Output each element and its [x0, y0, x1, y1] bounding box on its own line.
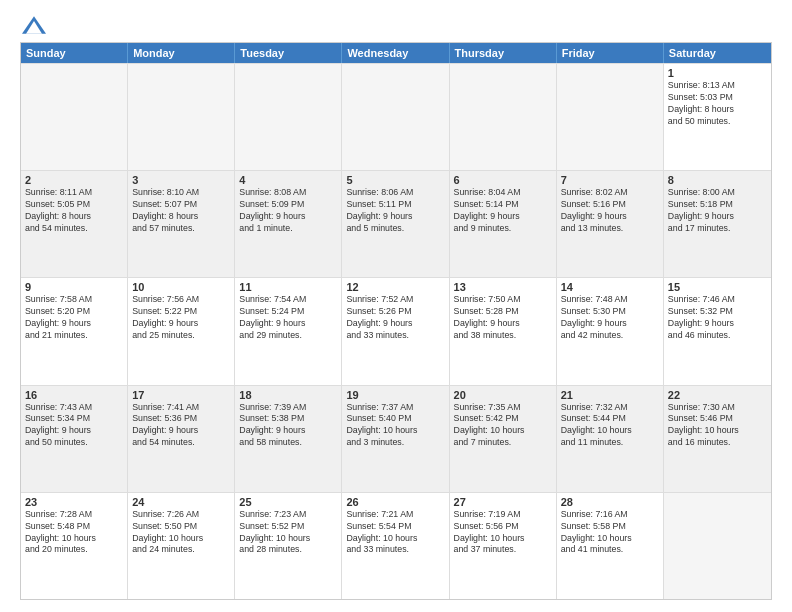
day-details: Sunrise: 8:10 AM Sunset: 5:07 PM Dayligh… [132, 187, 199, 233]
day-number: 5 [346, 174, 444, 186]
day-number: 23 [25, 496, 123, 508]
day-details: Sunrise: 8:11 AM Sunset: 5:05 PM Dayligh… [25, 187, 92, 233]
day-details: Sunrise: 7:30 AM Sunset: 5:46 PM Dayligh… [668, 402, 739, 448]
table-row: 27Sunrise: 7:19 AM Sunset: 5:56 PM Dayli… [450, 493, 557, 599]
table-row: 8Sunrise: 8:00 AM Sunset: 5:18 PM Daylig… [664, 171, 771, 277]
day-number: 26 [346, 496, 444, 508]
day-details: Sunrise: 7:41 AM Sunset: 5:36 PM Dayligh… [132, 402, 199, 448]
day-number: 6 [454, 174, 552, 186]
day-details: Sunrise: 7:16 AM Sunset: 5:58 PM Dayligh… [561, 509, 632, 555]
day-number: 18 [239, 389, 337, 401]
table-row [342, 64, 449, 170]
calendar-header: SundayMondayTuesdayWednesdayThursdayFrid… [21, 43, 771, 63]
calendar-week-4: 16Sunrise: 7:43 AM Sunset: 5:34 PM Dayli… [21, 385, 771, 492]
table-row: 2Sunrise: 8:11 AM Sunset: 5:05 PM Daylig… [21, 171, 128, 277]
table-row: 9Sunrise: 7:58 AM Sunset: 5:20 PM Daylig… [21, 278, 128, 384]
day-number: 22 [668, 389, 767, 401]
day-number: 2 [25, 174, 123, 186]
day-details: Sunrise: 7:54 AM Sunset: 5:24 PM Dayligh… [239, 294, 306, 340]
day-number: 15 [668, 281, 767, 293]
day-details: Sunrise: 7:37 AM Sunset: 5:40 PM Dayligh… [346, 402, 417, 448]
table-row [450, 64, 557, 170]
table-row: 17Sunrise: 7:41 AM Sunset: 5:36 PM Dayli… [128, 386, 235, 492]
calendar-week-3: 9Sunrise: 7:58 AM Sunset: 5:20 PM Daylig… [21, 277, 771, 384]
logo [20, 16, 50, 34]
table-row: 13Sunrise: 7:50 AM Sunset: 5:28 PM Dayli… [450, 278, 557, 384]
day-number: 25 [239, 496, 337, 508]
page: SundayMondayTuesdayWednesdayThursdayFrid… [0, 0, 792, 612]
day-number: 19 [346, 389, 444, 401]
day-header-friday: Friday [557, 43, 664, 63]
day-number: 27 [454, 496, 552, 508]
table-row: 6Sunrise: 8:04 AM Sunset: 5:14 PM Daylig… [450, 171, 557, 277]
day-details: Sunrise: 7:21 AM Sunset: 5:54 PM Dayligh… [346, 509, 417, 555]
day-number: 16 [25, 389, 123, 401]
day-number: 24 [132, 496, 230, 508]
day-header-saturday: Saturday [664, 43, 771, 63]
table-row: 18Sunrise: 7:39 AM Sunset: 5:38 PM Dayli… [235, 386, 342, 492]
calendar-body: 1Sunrise: 8:13 AM Sunset: 5:03 PM Daylig… [21, 63, 771, 599]
day-number: 14 [561, 281, 659, 293]
day-number: 20 [454, 389, 552, 401]
day-details: Sunrise: 8:13 AM Sunset: 5:03 PM Dayligh… [668, 80, 735, 126]
table-row: 3Sunrise: 8:10 AM Sunset: 5:07 PM Daylig… [128, 171, 235, 277]
day-number: 17 [132, 389, 230, 401]
day-number: 11 [239, 281, 337, 293]
calendar: SundayMondayTuesdayWednesdayThursdayFrid… [20, 42, 772, 600]
day-details: Sunrise: 7:56 AM Sunset: 5:22 PM Dayligh… [132, 294, 199, 340]
day-number: 4 [239, 174, 337, 186]
day-details: Sunrise: 7:48 AM Sunset: 5:30 PM Dayligh… [561, 294, 628, 340]
calendar-week-5: 23Sunrise: 7:28 AM Sunset: 5:48 PM Dayli… [21, 492, 771, 599]
day-details: Sunrise: 7:19 AM Sunset: 5:56 PM Dayligh… [454, 509, 525, 555]
day-header-thursday: Thursday [450, 43, 557, 63]
day-details: Sunrise: 7:26 AM Sunset: 5:50 PM Dayligh… [132, 509, 203, 555]
day-details: Sunrise: 8:06 AM Sunset: 5:11 PM Dayligh… [346, 187, 413, 233]
table-row: 1Sunrise: 8:13 AM Sunset: 5:03 PM Daylig… [664, 64, 771, 170]
table-row: 28Sunrise: 7:16 AM Sunset: 5:58 PM Dayli… [557, 493, 664, 599]
day-number: 12 [346, 281, 444, 293]
table-row: 16Sunrise: 7:43 AM Sunset: 5:34 PM Dayli… [21, 386, 128, 492]
day-details: Sunrise: 7:43 AM Sunset: 5:34 PM Dayligh… [25, 402, 92, 448]
day-details: Sunrise: 8:00 AM Sunset: 5:18 PM Dayligh… [668, 187, 735, 233]
table-row: 7Sunrise: 8:02 AM Sunset: 5:16 PM Daylig… [557, 171, 664, 277]
table-row: 10Sunrise: 7:56 AM Sunset: 5:22 PM Dayli… [128, 278, 235, 384]
day-details: Sunrise: 8:04 AM Sunset: 5:14 PM Dayligh… [454, 187, 521, 233]
day-details: Sunrise: 7:32 AM Sunset: 5:44 PM Dayligh… [561, 402, 632, 448]
table-row [557, 64, 664, 170]
day-header-monday: Monday [128, 43, 235, 63]
day-header-wednesday: Wednesday [342, 43, 449, 63]
day-number: 21 [561, 389, 659, 401]
table-row: 22Sunrise: 7:30 AM Sunset: 5:46 PM Dayli… [664, 386, 771, 492]
day-number: 9 [25, 281, 123, 293]
day-number: 28 [561, 496, 659, 508]
table-row [664, 493, 771, 599]
day-number: 3 [132, 174, 230, 186]
table-row [21, 64, 128, 170]
table-row [128, 64, 235, 170]
table-row: 26Sunrise: 7:21 AM Sunset: 5:54 PM Dayli… [342, 493, 449, 599]
day-details: Sunrise: 7:52 AM Sunset: 5:26 PM Dayligh… [346, 294, 413, 340]
table-row: 4Sunrise: 8:08 AM Sunset: 5:09 PM Daylig… [235, 171, 342, 277]
table-row: 15Sunrise: 7:46 AM Sunset: 5:32 PM Dayli… [664, 278, 771, 384]
day-details: Sunrise: 7:35 AM Sunset: 5:42 PM Dayligh… [454, 402, 525, 448]
table-row: 21Sunrise: 7:32 AM Sunset: 5:44 PM Dayli… [557, 386, 664, 492]
day-details: Sunrise: 7:28 AM Sunset: 5:48 PM Dayligh… [25, 509, 96, 555]
calendar-week-1: 1Sunrise: 8:13 AM Sunset: 5:03 PM Daylig… [21, 63, 771, 170]
table-row: 20Sunrise: 7:35 AM Sunset: 5:42 PM Dayli… [450, 386, 557, 492]
logo-icon [22, 16, 46, 34]
day-number: 7 [561, 174, 659, 186]
day-header-tuesday: Tuesday [235, 43, 342, 63]
table-row [235, 64, 342, 170]
day-details: Sunrise: 7:46 AM Sunset: 5:32 PM Dayligh… [668, 294, 735, 340]
table-row: 23Sunrise: 7:28 AM Sunset: 5:48 PM Dayli… [21, 493, 128, 599]
table-row: 19Sunrise: 7:37 AM Sunset: 5:40 PM Dayli… [342, 386, 449, 492]
table-row: 11Sunrise: 7:54 AM Sunset: 5:24 PM Dayli… [235, 278, 342, 384]
day-number: 8 [668, 174, 767, 186]
day-header-sunday: Sunday [21, 43, 128, 63]
day-details: Sunrise: 7:58 AM Sunset: 5:20 PM Dayligh… [25, 294, 92, 340]
day-details: Sunrise: 7:39 AM Sunset: 5:38 PM Dayligh… [239, 402, 306, 448]
day-details: Sunrise: 8:02 AM Sunset: 5:16 PM Dayligh… [561, 187, 628, 233]
table-row: 5Sunrise: 8:06 AM Sunset: 5:11 PM Daylig… [342, 171, 449, 277]
calendar-week-2: 2Sunrise: 8:11 AM Sunset: 5:05 PM Daylig… [21, 170, 771, 277]
day-details: Sunrise: 8:08 AM Sunset: 5:09 PM Dayligh… [239, 187, 306, 233]
